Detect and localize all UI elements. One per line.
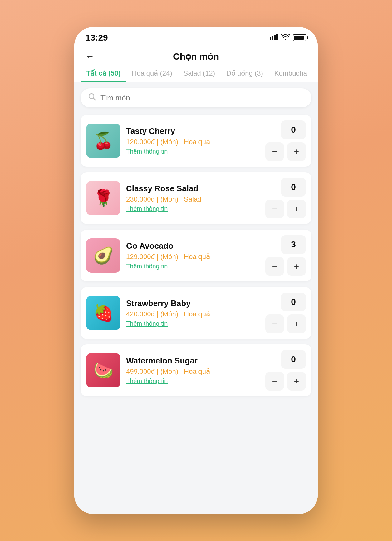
item-qty-buttons-item5: − + <box>265 372 306 391</box>
svg-rect-2 <box>274 35 276 40</box>
status-icons <box>270 34 306 42</box>
item-name-item3: Go Avocado <box>126 241 265 251</box>
back-button[interactable]: ← <box>86 51 94 61</box>
item-qty-buttons-item2: − + <box>265 200 306 218</box>
search-input[interactable] <box>100 94 304 102</box>
item-price-item1: 120.000đ | (Món) | Hoa quả <box>126 138 265 146</box>
item-image-item3: 🥑 <box>86 238 120 273</box>
item-name-item1: Tasty Cherry <box>126 126 265 136</box>
item-increment-item4[interactable]: + <box>287 314 306 333</box>
item-more-link-item2[interactable]: Thêm thông tin <box>126 205 168 212</box>
item-controls-item3: 3 − + <box>265 235 306 276</box>
tab-kombucha[interactable]: Kombucha <box>269 65 313 82</box>
item-qty-item2: 0 <box>281 178 306 197</box>
page-title: Chọn món <box>173 51 219 62</box>
item-price-item3: 129.000đ | (Món) | Hoa quả <box>126 253 265 261</box>
menu-list: 🍒 Tasty Cherry 120.000đ | (Món) | Hoa qu… <box>81 115 311 396</box>
battery-icon <box>293 34 306 41</box>
item-increment-item5[interactable]: + <box>287 372 306 391</box>
status-bar: 13:29 <box>74 27 318 46</box>
item-qty-item3: 3 <box>281 235 306 254</box>
item-decrement-item5[interactable]: − <box>265 372 284 391</box>
tab-fruit[interactable]: Hoa quả (24) <box>126 65 178 82</box>
search-box <box>81 88 311 107</box>
tab-drinks[interactable]: Đồ uống (3) <box>221 65 269 82</box>
item-name-item5: Watermelon Sugar <box>126 356 265 366</box>
item-more-link-item5[interactable]: Thêm thông tin <box>126 378 168 384</box>
search-icon <box>88 93 96 103</box>
item-more-link-item4[interactable]: Thêm thông tin <box>126 320 168 327</box>
status-time: 13:29 <box>86 33 108 43</box>
item-increment-item3[interactable]: + <box>287 257 306 276</box>
svg-rect-1 <box>272 36 273 40</box>
phone-frame: 13:29 <box>74 27 318 514</box>
item-decrement-item4[interactable]: − <box>265 314 284 333</box>
item-name-item2: Classy Rose Salad <box>126 184 265 193</box>
item-info-item5: Watermelon Sugar 499.000đ | (Món) | Hoa … <box>126 356 265 385</box>
item-decrement-item3[interactable]: − <box>265 257 284 276</box>
menu-item-item5: 🍉 Watermelon Sugar 499.000đ | (Món) | Ho… <box>81 344 311 396</box>
item-info-item1: Tasty Cherry 120.000đ | (Món) | Hoa quả … <box>126 126 265 155</box>
item-qty-buttons-item3: − + <box>265 257 306 276</box>
item-price-item2: 230.000đ | (Món) | Salad <box>126 195 265 203</box>
item-controls-item1: 0 − + <box>265 120 306 161</box>
tab-salad[interactable]: Salad (12) <box>178 65 221 82</box>
item-info-item2: Classy Rose Salad 230.000đ | (Món) | Sal… <box>126 184 265 212</box>
item-increment-item1[interactable]: + <box>287 142 306 161</box>
signal-icon <box>270 34 278 42</box>
svg-rect-0 <box>270 37 271 40</box>
item-info-item4: Strawberry Baby 420.000đ | (Món) | Hoa q… <box>126 299 265 327</box>
item-image-item2: 🌹 <box>86 181 120 215</box>
menu-item-item2: 🌹 Classy Rose Salad 230.000đ | (Món) | S… <box>81 172 311 224</box>
item-qty-item5: 0 <box>281 350 306 369</box>
tab-all[interactable]: Tất cả (50) <box>81 65 126 82</box>
item-image-item5: 🍉 <box>86 353 120 387</box>
menu-item-item4: 🍓 Strawberry Baby 420.000đ | (Món) | Hoa… <box>81 287 311 339</box>
item-info-item3: Go Avocado 129.000đ | (Món) | Hoa quả Th… <box>126 241 265 270</box>
item-qty-item1: 0 <box>281 120 306 139</box>
item-more-link-item3[interactable]: Thêm thông tin <box>126 263 168 270</box>
item-decrement-item1[interactable]: − <box>265 142 284 161</box>
item-image-item4: 🍓 <box>86 296 120 330</box>
item-decrement-item2[interactable]: − <box>265 200 284 218</box>
item-qty-item4: 0 <box>281 293 306 311</box>
content-area: 🍒 Tasty Cherry 120.000đ | (Món) | Hoa qu… <box>74 82 318 514</box>
item-image-item1: 🍒 <box>86 124 120 158</box>
menu-item-item1: 🍒 Tasty Cherry 120.000đ | (Món) | Hoa qu… <box>81 115 311 167</box>
svg-rect-3 <box>276 34 278 40</box>
item-qty-buttons-item1: − + <box>265 142 306 161</box>
item-controls-item2: 0 − + <box>265 178 306 218</box>
header: ← Chọn món <box>74 46 318 65</box>
item-controls-item4: 0 − + <box>265 293 306 333</box>
item-price-item4: 420.000đ | (Món) | Hoa quả <box>126 310 265 318</box>
menu-item-item3: 🥑 Go Avocado 129.000đ | (Món) | Hoa quả … <box>81 230 311 281</box>
item-name-item4: Strawberry Baby <box>126 299 265 308</box>
item-increment-item2[interactable]: + <box>287 200 306 218</box>
wifi-icon <box>281 34 290 42</box>
item-qty-buttons-item4: − + <box>265 314 306 333</box>
svg-line-5 <box>93 98 96 100</box>
item-price-item5: 499.000đ | (Món) | Hoa quả <box>126 368 265 376</box>
item-more-link-item1[interactable]: Thêm thông tin <box>126 148 168 155</box>
tabs-container: Tất cả (50)Hoa quả (24)Salad (12)Đồ uống… <box>74 65 318 82</box>
item-controls-item5: 0 − + <box>265 350 306 391</box>
